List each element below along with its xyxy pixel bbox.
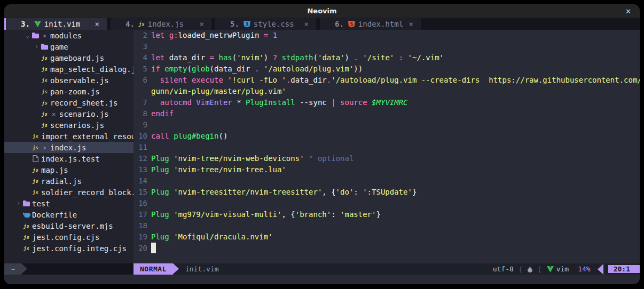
tree-row[interactable]: js jest.config.integ.cjs bbox=[4, 243, 133, 254]
tree-row[interactable]: js jest.config.cjs bbox=[4, 231, 133, 243]
tree-row[interactable]: js gameboard.js bbox=[4, 52, 133, 63]
chevron-icon[interactable]: › bbox=[33, 41, 40, 52]
code-line[interactable]: 10 call plug#begin() bbox=[133, 131, 640, 142]
code-token: Plug bbox=[151, 232, 169, 241]
code-line[interactable]: 11 bbox=[133, 142, 640, 153]
tree-item-label: jest.config.integ.cjs bbox=[32, 244, 127, 253]
statusline-filename: init.vim bbox=[185, 263, 219, 275]
command-line[interactable] bbox=[4, 275, 640, 284]
code-token: " optional bbox=[309, 154, 354, 163]
line-number: 6 bbox=[133, 75, 147, 86]
code-line[interactable]: 20 bbox=[133, 243, 640, 254]
code-token: '/autoload/plug.vim' bbox=[264, 65, 354, 73]
tab-close-icon[interactable]: × bbox=[198, 20, 206, 28]
code-line[interactable]: 9 bbox=[133, 119, 640, 131]
code-token bbox=[151, 98, 160, 107]
code-line[interactable]: gunn/vim-plug/master/plug.vim' bbox=[133, 86, 640, 97]
code-token: (data_dir bbox=[210, 65, 255, 73]
tab-label: index.js bbox=[148, 20, 184, 28]
tab[interactable]: 6. 5 index.html × bbox=[320, 18, 421, 30]
tree-row[interactable]: js record_sheet.js bbox=[4, 97, 133, 108]
code-line[interactable]: 16 bbox=[133, 198, 640, 209]
tree-row[interactable]: js ✕ index.js bbox=[4, 142, 133, 153]
tab[interactable]: 5. 3 style.css × bbox=[215, 18, 316, 30]
tab[interactable]: 4. js index.js × bbox=[111, 18, 211, 30]
line-text: Plug 'mg979/vim-visual-multi', {'branch'… bbox=[151, 209, 381, 220]
tree-item-label: index.js.test bbox=[41, 155, 100, 163]
folder-icon bbox=[22, 200, 31, 206]
code-line[interactable]: 17 Plug 'mg979/vim-visual-multi', {'bran… bbox=[133, 209, 640, 220]
tree-row[interactable]: js radial.js bbox=[4, 175, 133, 187]
code-line[interactable]: 4 let data_dir = has('nvim') ? stdpath('… bbox=[133, 52, 640, 63]
text-cursor bbox=[151, 243, 156, 253]
tree-row[interactable]: js esbuild-server.mjs bbox=[4, 220, 133, 231]
code-line[interactable]: 18 bbox=[133, 220, 640, 231]
code-line[interactable]: 8 endif bbox=[133, 108, 640, 119]
chevron-icon[interactable]: ⌄ bbox=[24, 30, 31, 41]
tab[interactable]: 3. init.vim × bbox=[6, 18, 107, 30]
line-number: 16 bbox=[133, 198, 147, 209]
tree-item-label: soldier_record_block.j bbox=[41, 188, 133, 197]
vim-icon bbox=[547, 266, 554, 272]
filetype-label: vim bbox=[556, 265, 569, 273]
tab-close-icon[interactable]: × bbox=[93, 20, 101, 28]
tree-row[interactable]: js import_external_resour bbox=[4, 131, 133, 142]
filetype-group: vim bbox=[547, 265, 569, 273]
line-number: 7 bbox=[133, 97, 147, 108]
code-token: data_dir bbox=[290, 76, 326, 84]
code-token: 'nvim-tree/nvim-tree.lua' bbox=[174, 165, 286, 174]
tree-row[interactable]: › test bbox=[4, 198, 133, 209]
tree-row[interactable]: js soldier_record_block.j bbox=[4, 187, 133, 198]
code-line[interactable]: 7 autocmd VimEnter * PlugInstall --sync … bbox=[133, 97, 640, 108]
code-token: Plug bbox=[151, 154, 169, 163]
chevron-icon[interactable]: › bbox=[15, 198, 22, 209]
tree-row[interactable]: index.js.test bbox=[4, 153, 133, 164]
tree-row[interactable]: js map_select_dialog.js bbox=[4, 63, 133, 75]
code-line[interactable]: 12 Plug 'nvim-tree/nvim-web-devicons' " … bbox=[133, 153, 640, 164]
line-number: 14 bbox=[133, 175, 147, 187]
code-token bbox=[187, 76, 191, 84]
js-icon: js bbox=[40, 55, 49, 61]
tree-row[interactable]: js map.js bbox=[4, 164, 133, 175]
tree-row[interactable]: ⌄ ✕ modules bbox=[4, 30, 133, 41]
tab-close-icon[interactable]: × bbox=[302, 20, 311, 28]
code-line[interactable]: 15 Plug 'nvim-treesitter/nvim-treesitter… bbox=[133, 187, 640, 198]
tree-row[interactable]: js observable.js bbox=[4, 75, 133, 86]
code-token: gunn/vim-plug/master/plug.vim' bbox=[151, 87, 286, 95]
code-token: --sync bbox=[295, 98, 331, 107]
tree-row[interactable]: js ✕ scenario.js bbox=[4, 108, 133, 119]
css-icon: 3 bbox=[244, 21, 250, 28]
tree-item-label: game bbox=[50, 43, 68, 51]
code-line[interactable]: 3 bbox=[133, 41, 640, 52]
tree-row[interactable]: Dockerfile bbox=[4, 209, 133, 220]
tab-bar: 3. init.vim × 4. js index.js × 5. 3 styl… bbox=[4, 18, 640, 30]
tab-close-icon[interactable]: × bbox=[407, 20, 415, 28]
window-close-icon[interactable]: ✕ bbox=[625, 7, 631, 14]
line-text: endif bbox=[151, 108, 174, 119]
editor-pane[interactable]: 2 let g:loaded_netrwPlugin = 1 3 4 let d… bbox=[133, 30, 640, 263]
code-token bbox=[169, 232, 174, 241]
code-line[interactable]: 2 let g:loaded_netrwPlugin = 1 bbox=[133, 30, 640, 41]
code-token: Plug bbox=[151, 165, 169, 174]
code-token: silent bbox=[160, 76, 187, 84]
code-line[interactable]: 13 Plug 'nvim-tree/nvim-tree.lua' bbox=[133, 164, 640, 175]
code-line[interactable]: 14 bbox=[133, 175, 640, 187]
code-token: 'branch' bbox=[295, 210, 331, 219]
tree-row[interactable]: js scenarios.js bbox=[4, 119, 133, 131]
js-icon: js bbox=[22, 246, 31, 251]
powerline-arrow-icon bbox=[173, 263, 179, 274]
js-icon: js bbox=[40, 67, 49, 72]
tree-row[interactable]: js pan-zoom.js bbox=[4, 86, 133, 97]
code-token: . bbox=[327, 76, 331, 84]
code-line[interactable]: 19 Plug 'Mofiqul/dracula.nvim' bbox=[133, 231, 640, 243]
powerline-arrow-icon bbox=[21, 263, 27, 274]
code-token bbox=[259, 65, 263, 73]
tree-row[interactable]: › game bbox=[4, 41, 133, 52]
code-line[interactable]: 5 if empty(glob(data_dir . '/autoload/pl… bbox=[133, 63, 640, 75]
code-token: : bbox=[354, 188, 363, 196]
code-token: if bbox=[151, 65, 160, 73]
code-line[interactable]: 6 silent execute '!curl -fLo '.data_dir.… bbox=[133, 75, 640, 86]
line-text: let g:loaded_netrwPlugin = 1 bbox=[151, 30, 277, 41]
separator-icon: ⟨ bbox=[537, 265, 541, 274]
titlebar[interactable]: Neovim ✕ bbox=[4, 4, 640, 18]
